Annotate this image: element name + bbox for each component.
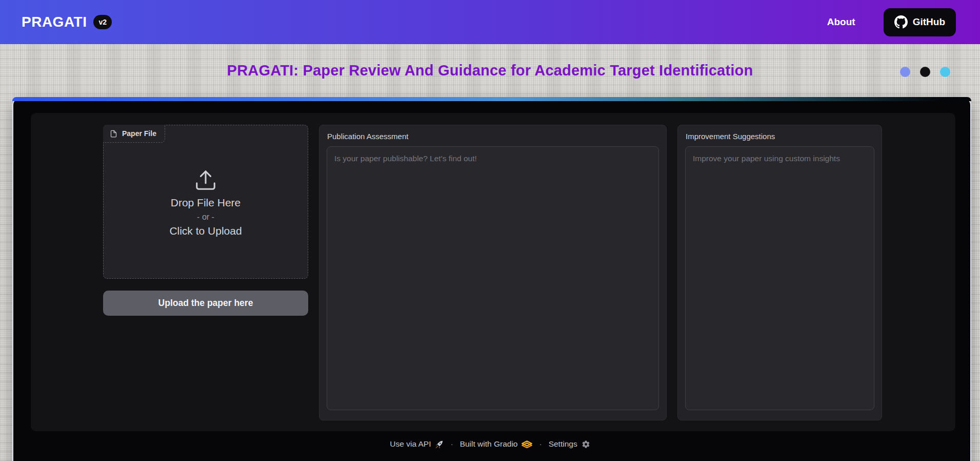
footer-separator: · (450, 439, 453, 449)
click-to-upload-text[interactable]: Click to Upload (169, 225, 242, 237)
app-header: PRAGATI v2 About GitHub (0, 0, 980, 44)
use-via-api-label: Use via API (390, 439, 431, 449)
content-columns: Paper File Drop File Here - or - Click t… (103, 125, 882, 420)
file-dropzone[interactable]: Paper File Drop File Here - or - Click t… (103, 125, 308, 279)
dot-cyan (940, 67, 950, 77)
github-octocat-icon (894, 15, 908, 29)
github-button-label: GitHub (913, 16, 945, 28)
rocket-icon (435, 440, 444, 449)
file-icon (110, 130, 117, 138)
paper-file-label: Paper File (122, 129, 156, 138)
content-area: Paper File Drop File Here - or - Click t… (31, 113, 955, 431)
upload-column: Paper File Drop File Here - or - Click t… (103, 125, 308, 316)
built-with-gradio-label: Built with Gradio (460, 439, 518, 449)
gear-icon (582, 440, 590, 449)
about-link[interactable]: About (827, 16, 855, 28)
paper-file-chip: Paper File (103, 125, 165, 143)
dot-periwinkle (900, 67, 910, 77)
accent-gradient-bar (12, 97, 971, 101)
or-text: - or - (197, 213, 214, 222)
upload-paper-button[interactable]: Upload the paper here (103, 291, 308, 316)
page-title: PRAGATI: Paper Review And Guidance for A… (0, 62, 980, 79)
dot-black (920, 67, 930, 77)
upload-icon (194, 168, 217, 192)
improvement-suggestions-textbox[interactable] (685, 146, 874, 410)
settings-label: Settings (549, 439, 577, 449)
use-via-api-link[interactable]: Use via API (390, 439, 444, 449)
drop-file-text: Drop File Here (171, 197, 241, 209)
improvement-suggestions-block: Improvement Suggestions (677, 125, 882, 420)
gradio-logo-icon (522, 440, 532, 448)
footer-separator-2: · (539, 439, 542, 449)
brand-logo: PRAGATI (22, 14, 87, 30)
main-panel: Paper File Drop File Here - or - Click t… (12, 97, 971, 461)
github-button[interactable]: GitHub (884, 8, 956, 36)
decorative-dots (900, 67, 950, 77)
improvement-suggestions-label: Improvement Suggestions (686, 132, 874, 141)
settings-link[interactable]: Settings (549, 439, 590, 449)
publication-assessment-textbox[interactable] (327, 146, 659, 410)
publication-assessment-label: Publication Assessment (327, 132, 659, 141)
publication-assessment-block: Publication Assessment (319, 125, 667, 420)
dropzone-content: Drop File Here - or - Click to Upload (104, 168, 308, 237)
brand: PRAGATI v2 (22, 14, 112, 30)
built-with-gradio[interactable]: Built with Gradio (460, 439, 533, 449)
gradio-footer: Use via API · Built with Gradio · Settin… (0, 439, 980, 449)
pragati-app-page: PRAGATI v2 About GitHub PRAGATI: Paper R… (0, 0, 980, 461)
version-badge: v2 (93, 15, 112, 29)
